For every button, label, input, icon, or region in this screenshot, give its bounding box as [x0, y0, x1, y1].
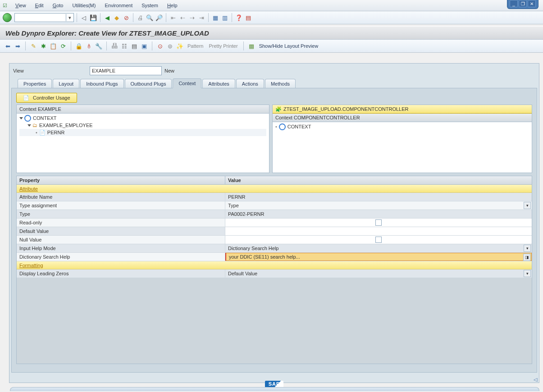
val-type-assignment[interactable]: Type▾ — [225, 201, 532, 210]
application-toolbar: ⬅ ➡ ✎ ✱ 📋 ⟳ 🔒 🕯 🔧 品 ☷ ▤ ▣ ⊙ ⊚ ✨ Pattern … — [0, 40, 543, 53]
caret-down-icon[interactable] — [27, 124, 31, 127]
object-list-icon[interactable]: ☷ — [120, 42, 128, 50]
command-field[interactable]: ▾ — [14, 13, 74, 22]
tree-leaf-pernr[interactable]: • 📄 PERNR — [19, 129, 266, 136]
close-button[interactable]: ✕ — [528, 0, 536, 7]
view-label: View — [13, 68, 90, 73]
prop-attribute-name: Attribute Name — [17, 193, 225, 201]
f4-help-icon[interactable]: ◨ — [523, 254, 530, 261]
val-type: PA0002-PERNR — [225, 210, 532, 218]
tab-layout[interactable]: Layout — [53, 79, 79, 88]
prop-input-help-mode: Input Help Mode — [17, 244, 225, 252]
tree-node-context[interactable]: CONTEXT — [19, 114, 266, 122]
menu-environment[interactable]: Environment — [105, 3, 132, 8]
help-icon[interactable]: ❓ — [235, 14, 243, 22]
tab-context[interactable]: Context — [173, 78, 201, 88]
right-panel-mapped-title: 🧩 ZTEST_IMAGE_UPLOAD.COMPONENTCONTROLLER — [273, 105, 532, 114]
arrow-right-icon[interactable]: ➡ — [14, 42, 22, 50]
find-next-icon[interactable]: 🔎 — [155, 14, 163, 22]
menu-help[interactable]: Help — [167, 3, 178, 8]
page-title: Web Dynpro Explorer: Create View for ZTE… — [0, 26, 543, 40]
checkbox-icon[interactable] — [375, 219, 382, 226]
menu-checkmark-icon[interactable]: ☑ — [3, 3, 7, 9]
first-page-icon[interactable]: ⇤ — [169, 14, 177, 22]
new-session-icon[interactable]: ▦ — [211, 14, 219, 22]
enhance-icon[interactable]: ⟳ — [59, 42, 67, 50]
right-panel-subtitle: Context COMPONENTCONTROLLER — [273, 114, 532, 122]
dropdown-icon[interactable]: ▾ — [524, 270, 531, 277]
tab-properties[interactable]: Properties — [18, 79, 52, 88]
left-context-panel: Context EXAMPLE CONTEXT 🗂 EXAMPLE_EMPLOY… — [16, 105, 269, 173]
tab-outbound-plugs[interactable]: Outbound Plugs — [125, 79, 172, 88]
activate-icon[interactable]: 🕯 — [85, 42, 93, 50]
val-null-value[interactable] — [225, 236, 532, 244]
menu-utilities[interactable]: Utilities(M) — [72, 3, 96, 8]
save-icon[interactable]: 💾 — [89, 14, 97, 22]
breakpoint-icon[interactable]: ⊙ — [156, 42, 164, 50]
view-name-field[interactable]: EXAMPLE — [90, 66, 162, 75]
col-value-header: Value — [225, 176, 532, 184]
active-inactive-icon[interactable]: ✱ — [39, 42, 47, 50]
prop-default-value: Default Value — [17, 227, 225, 235]
val-read-only[interactable] — [225, 219, 532, 227]
next-page-icon[interactable]: ⇢ — [188, 14, 196, 22]
other-object-icon[interactable]: 📋 — [49, 42, 57, 50]
checkbox-icon[interactable] — [375, 237, 382, 243]
dropdown-icon[interactable]: ▾ — [66, 14, 73, 21]
wizard-icon[interactable]: ✨ — [176, 42, 184, 50]
menu-view[interactable]: View — [15, 3, 26, 8]
tab-methods[interactable]: Methods — [265, 79, 296, 88]
back-icon[interactable]: ◁ — [80, 14, 88, 22]
minimize-button[interactable]: _ — [510, 0, 518, 7]
maximize-button[interactable]: ❐ — [519, 0, 527, 7]
test-icon[interactable]: 🔧 — [95, 42, 103, 50]
where-used-icon[interactable]: 品 — [110, 42, 119, 50]
pretty-printer-button: Pretty Printer — [209, 43, 237, 49]
controller-usage-label: Controller Usage — [33, 95, 70, 100]
check-icon[interactable]: 🔒 — [75, 42, 83, 50]
cancel-icon[interactable]: ⊘ — [122, 14, 130, 22]
prop-type: Type — [17, 210, 225, 218]
generate-shortcut-icon[interactable]: ▥ — [221, 14, 229, 22]
nav-window-icon[interactable]: ▤ — [130, 42, 138, 50]
find-icon[interactable]: 🔍 — [146, 14, 154, 22]
tab-attributes[interactable]: Attributes — [202, 79, 235, 88]
print-icon[interactable]: 🖨 — [136, 14, 144, 22]
caret-down-icon[interactable] — [19, 117, 23, 119]
prev-page-icon[interactable]: ⇠ — [178, 14, 187, 22]
menu-system[interactable]: System — [141, 3, 158, 8]
last-page-icon[interactable]: ⇥ — [197, 14, 205, 22]
tree-node-context-comp[interactable]: • CONTEXT — [275, 123, 529, 130]
val-input-help-mode[interactable]: Dictionary Search Help▾ — [225, 244, 532, 252]
dropdown-icon[interactable]: ▾ — [524, 202, 531, 209]
val-default-value[interactable] — [225, 227, 532, 235]
display-change-icon[interactable]: ✎ — [29, 42, 37, 50]
layout-preview-icon[interactable]: ▩ — [247, 42, 256, 50]
exit-icon[interactable]: ◆ — [113, 14, 121, 22]
scroll-left-icon[interactable]: ◁ — [534, 377, 537, 383]
prop-read-only: Read-only — [17, 219, 225, 227]
prop-null-value: Null Value — [17, 236, 225, 244]
controller-usage-button[interactable]: 📄 Controller Usage — [16, 93, 77, 103]
tab-inbound-plugs[interactable]: Inbound Plugs — [80, 79, 123, 88]
enter-button[interactable] — [3, 13, 12, 22]
tab-actions[interactable]: Actions — [236, 79, 264, 88]
val-display-leading-zeros[interactable]: Default Value▾ — [225, 269, 532, 278]
standard-toolbar: ▾ ◁ 💾 ◀ ◆ ⊘ 🖨 🔍 🔎 ⇤ ⇠ ⇢ ⇥ ▦ ▥ ❓ ▤ — [0, 11, 543, 24]
attribute-icon: 📄 — [39, 130, 46, 136]
tab-content: 📄 Controller Usage Context EXAMPLE CONTE… — [11, 88, 537, 373]
fullscreen-icon[interactable]: ▣ — [140, 42, 148, 50]
arrow-left-icon[interactable]: ⬅ — [4, 42, 12, 50]
show-hide-layout-button[interactable]: Show/Hide Layout Preview — [259, 43, 318, 49]
tree-node-example-employee[interactable]: 🗂 EXAMPLE_EMPLOYEE — [19, 122, 266, 129]
watchpoint-icon[interactable]: ⊚ — [166, 42, 174, 50]
val-dictionary-search-help[interactable]: your DDIC (SE11) search help...◨ — [225, 253, 532, 261]
right-context-tree: • CONTEXT — [273, 122, 532, 131]
back-button-icon[interactable]: ◀ — [103, 14, 111, 22]
main-content: View EXAMPLE New Properties Layout Inbou… — [9, 63, 539, 383]
menu-edit[interactable]: Edit — [35, 3, 44, 8]
dropdown-icon[interactable]: ▾ — [524, 245, 531, 252]
customize-layout-icon[interactable]: ▤ — [244, 14, 252, 22]
menu-goto[interactable]: Goto — [53, 3, 64, 8]
page-icon: 📄 — [23, 95, 29, 101]
